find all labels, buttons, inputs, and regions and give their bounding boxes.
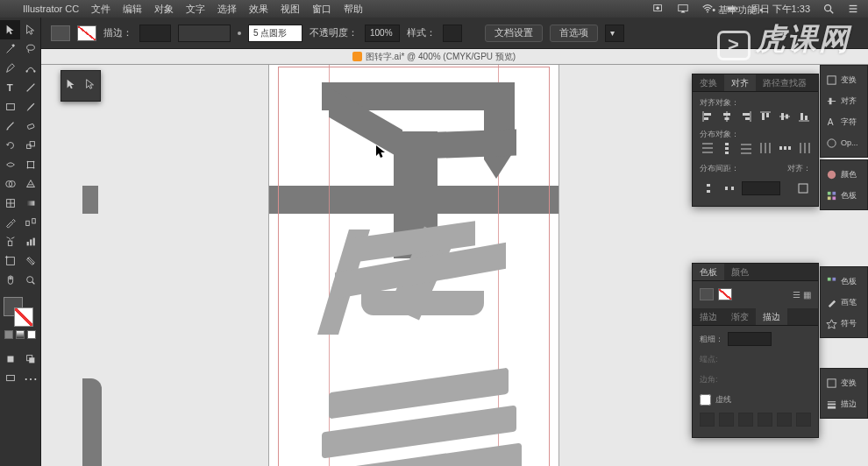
dock-align[interactable]: 对齐 — [821, 90, 867, 111]
line-tool[interactable] — [20, 78, 40, 97]
draw-mode-behind[interactable] — [20, 350, 40, 369]
dist-vcenter-button[interactable] — [719, 141, 734, 156]
dock-character[interactable]: A字符 — [821, 111, 867, 132]
panel-stroke-swatch[interactable] — [718, 288, 732, 300]
align-left-button[interactable] — [700, 109, 715, 124]
gap-field-3[interactable] — [796, 413, 811, 427]
lasso-tool[interactable] — [20, 39, 40, 59]
menu-object[interactable]: 对象 — [154, 3, 174, 16]
align-to-dropdown[interactable] — [794, 181, 811, 196]
gap-field-2[interactable] — [758, 413, 772, 427]
cap-butt-button[interactable] — [722, 352, 739, 367]
tab-color[interactable]: 颜色 — [724, 264, 756, 280]
pen-tool[interactable] — [0, 59, 20, 78]
zoom-tool[interactable] — [20, 271, 40, 290]
cap-square-button[interactable] — [765, 352, 781, 367]
dock-swatches2[interactable]: 色板 — [821, 271, 867, 292]
tool-options[interactable]: ⋯ — [20, 369, 40, 388]
artboard-tool[interactable] — [0, 251, 20, 271]
menu-effect[interactable]: 效果 — [249, 3, 268, 16]
menu-select[interactable]: 选择 — [217, 3, 237, 16]
slice-tool[interactable] — [20, 251, 40, 271]
search-icon[interactable] — [822, 3, 835, 15]
align-hcenter-button[interactable] — [719, 109, 734, 124]
grid-icon[interactable]: ☰ ▦ — [793, 290, 811, 300]
screen-record-icon[interactable] — [652, 3, 665, 15]
join-round-button[interactable] — [743, 372, 760, 387]
dock-symbols[interactable]: 符号 — [821, 313, 867, 334]
join-bevel-button[interactable] — [765, 372, 781, 387]
opacity-field[interactable]: 100% — [365, 25, 400, 42]
dock-transform2[interactable]: 变换 — [821, 372, 867, 393]
perspective-tool[interactable] — [20, 174, 40, 194]
gap-field[interactable] — [719, 413, 734, 427]
dash-field-3[interactable] — [777, 413, 792, 427]
hand-tool[interactable] — [0, 271, 20, 290]
dash-mode1[interactable] — [773, 392, 790, 407]
symbol-sprayer-tool[interactable] — [0, 232, 20, 251]
align-top-button[interactable] — [758, 109, 772, 124]
menu-file[interactable]: 文件 — [91, 3, 110, 16]
dist-vspace-button[interactable] — [700, 181, 716, 196]
stroke-swatch[interactable] — [77, 25, 96, 41]
mesh-tool[interactable] — [0, 194, 20, 213]
dist-hspace-button[interactable] — [721, 181, 737, 196]
free-transform-tool[interactable] — [20, 155, 40, 174]
dist-bottom-button[interactable] — [738, 141, 753, 156]
floating-tool-panel[interactable] — [60, 70, 101, 102]
fill-swatch[interactable] — [51, 25, 70, 41]
document-tab[interactable]: 图转字.ai* @ 400% (CMYK/GPU 预览) — [0, 49, 868, 65]
gradient-tool[interactable] — [20, 194, 40, 213]
eyedropper-tool[interactable] — [0, 213, 20, 232]
menu-icon[interactable] — [847, 3, 859, 15]
align-right-button[interactable] — [738, 109, 753, 124]
graph-tool[interactable] — [20, 232, 40, 251]
menu-edit[interactable]: 编辑 — [123, 3, 142, 16]
cap-round-button[interactable] — [743, 352, 760, 367]
menu-view[interactable]: 视图 — [281, 3, 300, 16]
magic-wand-tool[interactable] — [0, 39, 20, 59]
dock-opentype[interactable]: Op... — [821, 132, 867, 153]
dock-swatches[interactable]: 色板 — [821, 185, 867, 206]
style-dropdown[interactable] — [443, 25, 462, 42]
align-bottom-button[interactable] — [796, 109, 811, 124]
blend-tool[interactable] — [20, 213, 40, 232]
direct-selection-tool[interactable] — [20, 20, 40, 39]
tab-transform[interactable]: 变换 — [693, 74, 724, 91]
dist-right-button[interactable] — [796, 141, 811, 156]
dock-transform[interactable]: 变换 — [821, 69, 867, 90]
selection-tool[interactable] — [0, 20, 20, 39]
join-miter-button[interactable] — [722, 372, 739, 387]
dash-field-2[interactable] — [738, 413, 753, 427]
menu-type[interactable]: 文字 — [186, 3, 205, 16]
dist-top-button[interactable] — [700, 141, 715, 156]
stroke-profile-field[interactable] — [178, 25, 231, 42]
stroke-weight-field[interactable] — [139, 25, 171, 42]
weight-field[interactable] — [728, 332, 772, 346]
airplay-icon[interactable] — [677, 3, 689, 15]
menu-window[interactable]: 窗口 — [312, 3, 331, 16]
rotate-tool[interactable] — [0, 136, 20, 155]
tab-pathfinder[interactable]: 路径查找器 — [756, 74, 814, 91]
direct-selection-tool-icon[interactable] — [84, 78, 96, 94]
shape-builder-tool[interactable] — [0, 174, 20, 194]
tab-swatches[interactable]: 色板 — [693, 264, 724, 280]
dash-mode2[interactable] — [794, 392, 811, 407]
doc-setup-button[interactable]: 文档设置 — [485, 25, 543, 42]
none-mode[interactable] — [27, 330, 36, 339]
dock-color[interactable]: 颜色 — [821, 164, 867, 185]
align-vcenter-button[interactable] — [777, 109, 792, 124]
tab-stroke2[interactable]: 描边 — [693, 308, 724, 325]
workspace-switcher[interactable]: • 基本功能 • — [712, 4, 763, 17]
color-mode[interactable] — [4, 330, 13, 339]
selection-tool-icon[interactable] — [65, 78, 77, 94]
dock-brushes[interactable]: 画笔 — [821, 292, 867, 313]
type-tool[interactable]: T — [0, 78, 20, 97]
draw-mode-normal[interactable] — [0, 350, 20, 369]
scale-tool[interactable] — [20, 136, 40, 155]
screen-mode[interactable] — [0, 369, 20, 388]
panel-fill-swatch[interactable] — [700, 288, 714, 300]
curvature-tool[interactable] — [20, 59, 40, 78]
dash-field[interactable] — [700, 413, 715, 427]
brush-field[interactable]: 5 点圆形 — [248, 25, 302, 42]
